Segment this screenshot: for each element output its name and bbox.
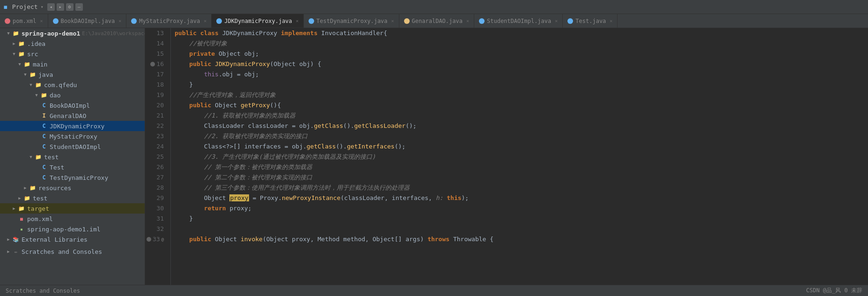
- comqfedu-folder-icon: 📁: [35, 81, 42, 89]
- arrow-test2: [17, 195, 22, 201]
- gutter-at-33: @: [162, 234, 164, 244]
- iml-icon: ▪: [18, 225, 25, 233]
- test-folder-label: test: [44, 154, 59, 161]
- tab-pom[interactable]: pom.xml ✕: [0, 14, 48, 28]
- src-folder-icon: 📁: [18, 50, 25, 58]
- scratches-icon: ✏️: [12, 248, 20, 255]
- tab-bookdao[interactable]: BookDAOImpl.java ✕: [48, 14, 127, 28]
- sidebar-item-idea[interactable]: 📁 .idea: [0, 38, 145, 49]
- line-num-26: 26: [145, 162, 167, 172]
- code-line-13: public class JDKDynamicProxy implements …: [175, 28, 864, 38]
- line-num-19: 19: [145, 90, 167, 100]
- line-num-16: ● 16: [145, 59, 167, 69]
- tab-close[interactable]: ✕: [296, 18, 299, 23]
- sidebar-item-main[interactable]: 📁 main: [0, 59, 145, 69]
- sidebar-item-scratches[interactable]: ✏️ Scratches and Consoles: [0, 246, 145, 257]
- scratches-status-label: Scratches and Consoles: [6, 288, 80, 294]
- tab-mystaticproxy[interactable]: MyStaticProxy.java ✕: [126, 14, 212, 28]
- title-bar: ◼ Project ▾ ◂ ▸ ⚙ —: [0, 0, 868, 14]
- jdkdynamic-icon: [216, 18, 222, 24]
- sidebar-item-jdkdynamic[interactable]: C JDKDynamicProxy: [0, 121, 145, 131]
- jdkdynamic-tree-icon: C: [40, 122, 48, 130]
- main-layout: 📁 spring-aop-demo1 E:\Java2010\workspace…: [0, 28, 868, 285]
- arrow-main: [17, 61, 22, 67]
- testdynamic-icon: [309, 18, 314, 24]
- java-folder-icon: 📁: [29, 71, 37, 78]
- forward-button[interactable]: ▸: [57, 3, 64, 11]
- sidebar-item-external-libraries[interactable]: 📚 External Libraries: [0, 234, 145, 244]
- sidebar-item-test2[interactable]: 📁 test: [0, 193, 145, 203]
- tab-label: Test.java: [575, 18, 606, 24]
- sidebar-item-studentdaoimpl[interactable]: C StudentDAOImpl: [0, 141, 145, 152]
- sidebar-item-bookdaoimpl[interactable]: C BookDAOImpl: [0, 100, 145, 111]
- tab-close[interactable]: ✕: [555, 18, 558, 23]
- code-line-15: private Object obj;: [175, 49, 864, 59]
- line-num-28: 28: [145, 183, 167, 193]
- sidebar-item-resources[interactable]: 📁 resources: [0, 183, 145, 193]
- sidebar-item-comqfedu[interactable]: 📁 com.qfedu: [0, 80, 145, 90]
- testdynamic-label: TestDynamicProxy: [50, 174, 108, 181]
- tab-testdynamic[interactable]: TestDynamicProxy.java ✕: [304, 14, 399, 28]
- project-icon: ◼: [4, 3, 7, 10]
- target-folder-icon: 📁: [18, 205, 25, 212]
- Test-tree-icon: C: [40, 163, 48, 171]
- sidebar-item-Test[interactable]: C Test: [0, 162, 145, 172]
- sidebar-item-generalDAO[interactable]: I GenaralDAO: [0, 111, 145, 121]
- sidebar-item-testdynamic[interactable]: C TestDynamicProxy: [0, 172, 145, 183]
- sidebar-item-project[interactable]: 📁 spring-aop-demo1 E:\Java2010\workspace…: [0, 28, 145, 38]
- tab-close[interactable]: ✕: [466, 18, 469, 23]
- sidebar-item-src[interactable]: 📁 src: [0, 49, 145, 59]
- code-editor[interactable]: 13 14 15 ● 16 17 18 19 20 21 22 23 24 25…: [145, 28, 868, 285]
- tab-test[interactable]: Test.java ✕: [563, 14, 618, 28]
- dao-label: dao: [50, 92, 60, 99]
- tab-close[interactable]: ✕: [40, 18, 43, 23]
- gutter-circle-16: ●: [150, 62, 155, 67]
- tab-close[interactable]: ✕: [204, 18, 206, 23]
- tab-close[interactable]: ✕: [610, 18, 612, 23]
- dropdown-arrow[interactable]: ▾: [41, 4, 44, 9]
- arrow-target: [11, 206, 17, 211]
- line-num-18: 18: [145, 80, 167, 90]
- idea-folder-icon: 📁: [18, 40, 25, 47]
- tab-label: pom.xml: [13, 18, 37, 24]
- code-line-16: public JDKDynamicProxy(Object obj) {: [175, 59, 864, 69]
- sidebar-item-mystaticproxy[interactable]: C MyStaticProxy: [0, 131, 145, 141]
- tab-label: GenaralDAO.java: [412, 18, 463, 24]
- sidebar-item-dao[interactable]: 📁 dao: [0, 90, 145, 100]
- sidebar-item-test-folder[interactable]: 📁 test: [0, 152, 145, 162]
- project-sidebar[interactable]: 📁 spring-aop-demo1 E:\Java2010\workspace…: [0, 28, 145, 285]
- sidebar-item-target[interactable]: 📁 target: [0, 203, 145, 214]
- gutter-circle-33: ●: [147, 237, 151, 242]
- code-line-22: ClassLoader classLoader = obj.getClass()…: [175, 121, 864, 131]
- line-num-20: 20: [145, 100, 167, 111]
- status-right: CSDN @品_风 0 未辞: [806, 287, 862, 295]
- tab-close[interactable]: ✕: [391, 18, 394, 23]
- minimize-button[interactable]: —: [75, 3, 83, 11]
- dao-folder-icon: 📁: [40, 91, 48, 99]
- test2-label: test: [33, 195, 47, 202]
- main-label: main: [33, 61, 47, 68]
- status-bar: Scratches and Consoles CSDN @品_风 0 未辞: [0, 285, 868, 296]
- generalDAO-tree-icon: I: [40, 112, 48, 119]
- line-num-22: 22: [145, 121, 167, 131]
- tab-jdkdynamic[interactable]: JDKDynamicProxy.java ✕: [212, 14, 304, 28]
- tab-close[interactable]: ✕: [118, 18, 121, 23]
- pom-icon: [5, 18, 10, 24]
- editor-area: 13 14 15 ● 16 17 18 19 20 21 22 23 24 25…: [145, 28, 868, 285]
- comqfedu-label: com.qfedu: [44, 81, 77, 89]
- mystaticproxy-icon: [131, 18, 137, 24]
- sidebar-item-iml[interactable]: ▪ spring-aop-demo1.iml: [0, 224, 145, 234]
- line-num-27: 27: [145, 172, 167, 183]
- line-numbers: 13 14 15 ● 16 17 18 19 20 21 22 23 24 25…: [145, 28, 171, 285]
- settings-button[interactable]: ⚙: [66, 3, 74, 11]
- back-button[interactable]: ◂: [47, 3, 55, 11]
- tab-studentdaoimpl[interactable]: StudentDAOImpl.java ✕: [474, 14, 563, 28]
- iml-label: spring-aop-demo1.iml: [27, 226, 101, 233]
- tab-generalDAO[interactable]: GenaralDAO.java ✕: [399, 14, 474, 28]
- main-folder-icon: 📁: [23, 60, 31, 68]
- Test-label: Test: [50, 164, 64, 171]
- sidebar-item-pomxml[interactable]: ■ pom.xml: [0, 214, 145, 224]
- sidebar-item-java[interactable]: 📁 java: [0, 69, 145, 80]
- title-bar-left: ◼ Project ▾: [4, 3, 44, 10]
- bookdaoimpl-label: BookDAOImpl: [50, 102, 90, 109]
